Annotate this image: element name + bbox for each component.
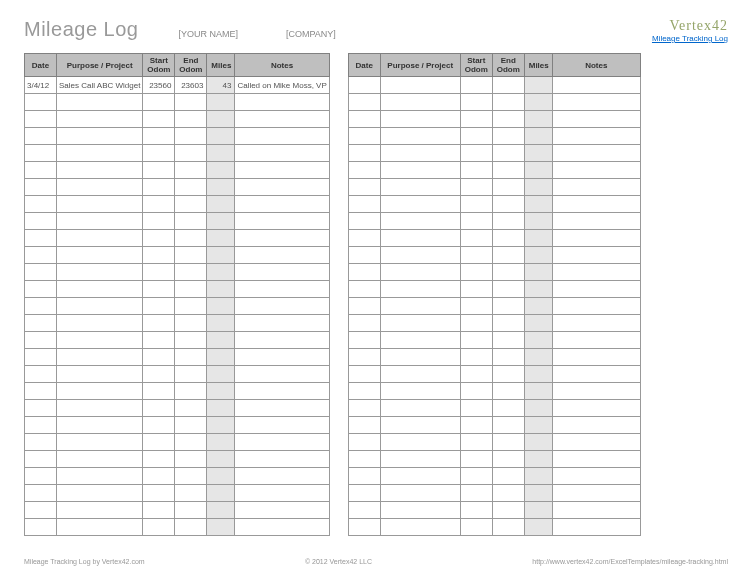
cell-end xyxy=(175,196,207,213)
table-row xyxy=(25,230,330,247)
footer-left: Mileage Tracking Log by Vertex42.com xyxy=(24,558,145,565)
cell-purpose xyxy=(380,298,460,315)
cell-start xyxy=(143,468,175,485)
cell-end xyxy=(492,468,524,485)
cell-end xyxy=(175,298,207,315)
cell-date xyxy=(25,145,57,162)
cell-purpose xyxy=(57,366,143,383)
cell-date xyxy=(25,332,57,349)
cell-notes xyxy=(552,179,640,196)
cell-date xyxy=(348,111,380,128)
cell-purpose xyxy=(380,315,460,332)
cell-miles xyxy=(524,281,552,298)
cell-miles xyxy=(524,400,552,417)
table-row xyxy=(348,451,640,468)
cell-miles xyxy=(524,451,552,468)
cell-purpose xyxy=(57,230,143,247)
cell-miles xyxy=(524,417,552,434)
header-date: Date xyxy=(25,54,57,77)
cell-date xyxy=(348,162,380,179)
cell-date xyxy=(348,77,380,94)
cell-notes xyxy=(552,451,640,468)
cell-start xyxy=(143,485,175,502)
header-miles: Miles xyxy=(524,54,552,77)
table-row xyxy=(25,468,330,485)
table-row xyxy=(25,383,330,400)
cell-purpose xyxy=(380,179,460,196)
cell-date xyxy=(348,145,380,162)
cell-miles xyxy=(524,213,552,230)
cell-start xyxy=(143,162,175,179)
cell-notes xyxy=(235,451,329,468)
table-row xyxy=(348,434,640,451)
table-header-row: Date Purpose / Project Start Odom End Od… xyxy=(348,54,640,77)
cell-miles xyxy=(524,128,552,145)
cell-notes xyxy=(235,315,329,332)
cell-purpose xyxy=(57,332,143,349)
table-row xyxy=(348,485,640,502)
cell-miles xyxy=(207,179,235,196)
table-row xyxy=(25,145,330,162)
cell-start xyxy=(143,349,175,366)
header-purpose: Purpose / Project xyxy=(380,54,460,77)
cell-miles xyxy=(524,485,552,502)
cell-purpose xyxy=(57,111,143,128)
cell-start xyxy=(143,145,175,162)
cell-end xyxy=(175,502,207,519)
cell-notes xyxy=(552,383,640,400)
cell-start xyxy=(143,230,175,247)
table-row xyxy=(348,417,640,434)
cell-date xyxy=(348,332,380,349)
cell-purpose xyxy=(380,145,460,162)
cell-date xyxy=(348,213,380,230)
cell-notes xyxy=(235,111,329,128)
cell-date xyxy=(348,298,380,315)
cell-miles xyxy=(207,111,235,128)
cell-miles xyxy=(207,315,235,332)
cell-date xyxy=(25,162,57,179)
cell-start xyxy=(460,247,492,264)
cell-start xyxy=(143,247,175,264)
cell-end xyxy=(175,519,207,536)
cell-start xyxy=(460,230,492,247)
cell-start xyxy=(143,502,175,519)
cell-miles xyxy=(207,485,235,502)
cell-miles xyxy=(524,383,552,400)
cell-miles xyxy=(524,298,552,315)
cell-start xyxy=(460,128,492,145)
page-title: Mileage Log xyxy=(24,18,138,41)
table-row xyxy=(25,264,330,281)
brand-link[interactable]: Mileage Tracking Log xyxy=(652,34,728,43)
cell-start xyxy=(460,349,492,366)
cell-miles xyxy=(207,383,235,400)
cell-notes xyxy=(235,298,329,315)
cell-date: 3/4/12 xyxy=(25,77,57,94)
cell-start xyxy=(460,502,492,519)
cell-end xyxy=(492,366,524,383)
cell-miles xyxy=(207,196,235,213)
cell-miles xyxy=(524,111,552,128)
header-notes: Notes xyxy=(235,54,329,77)
cell-notes xyxy=(552,213,640,230)
cell-purpose xyxy=(380,213,460,230)
cell-end xyxy=(175,128,207,145)
cell-date xyxy=(348,400,380,417)
cell-notes xyxy=(552,332,640,349)
header-end: End Odom xyxy=(492,54,524,77)
cell-end xyxy=(492,332,524,349)
header-miles: Miles xyxy=(207,54,235,77)
table-row xyxy=(25,111,330,128)
cell-miles xyxy=(207,349,235,366)
cell-notes xyxy=(235,247,329,264)
cell-end xyxy=(492,230,524,247)
cell-purpose xyxy=(380,485,460,502)
table-row xyxy=(348,230,640,247)
cell-purpose xyxy=(380,162,460,179)
cell-notes xyxy=(552,264,640,281)
cell-start xyxy=(143,264,175,281)
cell-purpose xyxy=(380,400,460,417)
cell-end xyxy=(175,400,207,417)
cell-start: 23560 xyxy=(143,77,175,94)
cell-notes xyxy=(235,502,329,519)
cell-end xyxy=(492,179,524,196)
